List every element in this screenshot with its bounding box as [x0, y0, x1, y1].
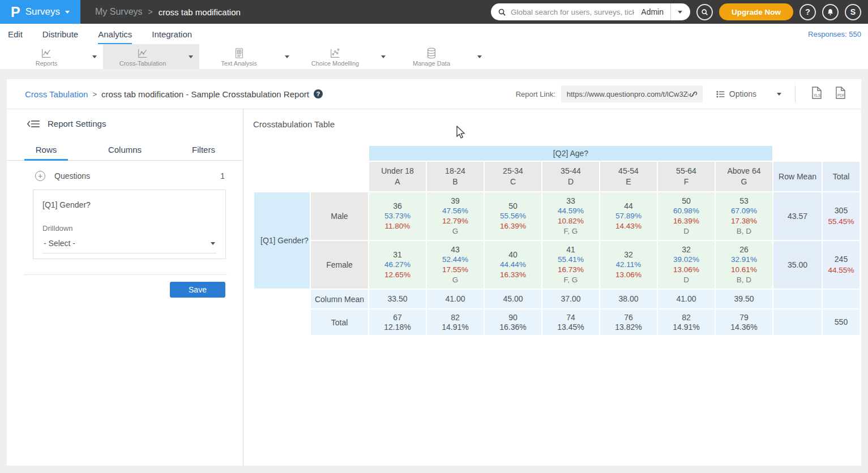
chevron-down-icon: [189, 55, 193, 58]
toolbar-group-reports: Reports: [7, 44, 103, 69]
chevron-down-icon: [211, 242, 215, 245]
toolbar-text-analysis-dropdown[interactable]: [279, 44, 296, 69]
crosstab-cell: 53 67.09% 17.38% B, D: [716, 192, 772, 240]
notifications-button[interactable]: [822, 4, 839, 20]
report-title: cross tab modification - Sample Crosstab…: [101, 89, 309, 99]
options-dropdown[interactable]: [764, 93, 795, 96]
total-cell: 82 14.91%: [427, 309, 484, 335]
tab-rows[interactable]: Rows: [7, 140, 85, 160]
crosstab-cell: 32 39.02% 13.06% D: [658, 241, 715, 289]
tab-edit[interactable]: Edit: [8, 24, 23, 44]
add-question-icon[interactable]: +: [35, 171, 45, 181]
grand-total-cell: 550: [823, 309, 860, 335]
tab-analytics[interactable]: Analytics: [98, 24, 132, 44]
toolbar-cross-tabulation-dropdown[interactable]: [182, 44, 199, 69]
toolbar-choice-modelling[interactable]: Choice Modelling: [296, 44, 375, 69]
crosstab-cell: 26 32.91% 10.61% B, D: [716, 241, 772, 289]
row-label-female: Female: [311, 241, 368, 289]
chevron-down-icon: [285, 55, 289, 58]
global-search: Admin: [491, 3, 690, 20]
column-mean-cell: 33.50: [369, 290, 426, 308]
content-card: Cross Tabulation > cross tab modificatio…: [7, 79, 861, 466]
questions-label: Questions: [54, 171, 90, 180]
chevron-down-icon: [678, 11, 682, 14]
toolbar-cross-tabulation[interactable]: Cross-Tabulation: [103, 44, 182, 69]
search-input[interactable]: [511, 8, 634, 16]
tab-filters[interactable]: Filters: [164, 140, 243, 160]
column-header: 45-54E: [600, 162, 657, 191]
report-header: Cross Tabulation > cross tab modificatio…: [7, 79, 861, 109]
column-header: Under 18A: [369, 162, 426, 191]
column-mean-cell: 41.00: [427, 290, 484, 308]
divider: [24, 274, 227, 275]
crosstab-area: Crosstabulation Table [Q2] Age? Under: [243, 109, 861, 466]
toolbar-reports-dropdown[interactable]: [86, 44, 103, 69]
toolbar-reports[interactable]: Reports: [7, 44, 86, 69]
export-pdf-button[interactable]: PDF: [834, 86, 846, 102]
tab-integration[interactable]: Integration: [152, 24, 192, 44]
toolbar-manage-data[interactable]: Manage Data: [392, 44, 471, 69]
tab-columns[interactable]: Columns: [85, 140, 164, 160]
column-mean-cell: 37.00: [542, 290, 599, 308]
column-header: 25-34C: [485, 162, 541, 191]
chevron-down-icon: [65, 11, 70, 14]
crosstab-cell: 40 44.44% 16.33%: [485, 241, 541, 289]
export-xls-button[interactable]: XLS: [810, 86, 823, 102]
svg-text:XLS: XLS: [814, 93, 821, 97]
save-button[interactable]: Save: [170, 282, 225, 298]
survey-nav: Edit Distribute Analytics Integration Re…: [0, 24, 868, 44]
breadcrumb-separator: >: [148, 7, 153, 16]
empty-cell: [773, 309, 822, 335]
breadcrumb-my-surveys[interactable]: My Surveys: [95, 7, 143, 17]
row-mean-cell: 35.00: [773, 241, 822, 289]
crosstab-cell: 36 53.73% 11.80%: [369, 192, 426, 240]
options-button[interactable]: Options: [716, 89, 756, 98]
total-cell: 67 12.18%: [369, 309, 426, 335]
row-mean-cell: 43.57: [773, 192, 822, 240]
toolbar-manage-data-dropdown[interactable]: [471, 44, 488, 69]
column-group-header: [Q2] Age?: [369, 146, 772, 161]
column-mean-cell: 41.00: [658, 290, 715, 308]
line-chart-icon: [136, 47, 149, 59]
user-avatar[interactable]: S: [845, 4, 861, 20]
question-card: [Q1] Gender? Drilldown - Select -: [33, 190, 226, 259]
crosstab-cell: 32 42.11% 13.06%: [600, 241, 657, 289]
report-link-input[interactable]: [567, 90, 689, 98]
report-help-icon[interactable]: ?: [314, 89, 323, 98]
product-label: Surveys: [25, 6, 60, 18]
crosstab-cell: 50 55.56% 16.39%: [485, 192, 541, 240]
drilldown-selected-value: - Select -: [44, 239, 75, 248]
product-switcher[interactable]: P Surveys: [0, 0, 80, 24]
collapse-panel-icon[interactable]: [27, 119, 40, 128]
link-icon[interactable]: [689, 89, 698, 99]
search-scope-label: Admin: [634, 7, 670, 16]
toolbar-group-text-analysis: Text Analysis: [199, 44, 296, 69]
search-scope-dropdown[interactable]: [671, 11, 685, 14]
toolbar-choice-modelling-dropdown[interactable]: [375, 44, 392, 69]
column-mean-cell: 39.50: [716, 290, 772, 308]
chevron-down-icon: [92, 55, 97, 58]
chevron-down-icon: [381, 55, 386, 58]
help-button[interactable]: ?: [799, 4, 816, 20]
drilldown-select[interactable]: - Select -: [42, 234, 216, 253]
column-mean-label: Column Mean: [311, 290, 368, 308]
toolbar-text-analysis[interactable]: Text Analysis: [199, 44, 279, 69]
row-label-male: Male: [311, 192, 368, 240]
report-settings-panel: Report Settings Rows Columns Filters + Q…: [7, 109, 243, 466]
toolbar-group-manage-data: Manage Data: [392, 44, 488, 69]
question-title: [Q1] Gender?: [42, 200, 216, 209]
questions-count: 1: [220, 171, 225, 180]
scatter-chart-icon: [329, 47, 341, 59]
breadcrumb-cross-tabulation[interactable]: Cross Tabulation: [25, 89, 88, 99]
crosstab-cell: 39 47.56% 12.79% G: [427, 192, 484, 240]
crosstab-cell: 43 52.44% 17.55% G: [427, 241, 484, 289]
search-button[interactable]: [696, 4, 713, 20]
tab-distribute[interactable]: Distribute: [42, 24, 78, 44]
options-label: Options: [729, 89, 756, 98]
column-header: Above 64G: [716, 162, 772, 191]
questionpro-logo-icon: P: [11, 5, 20, 19]
crosstab-cell: 41 55.41% 16.73% F, G: [542, 241, 599, 289]
row-mean-header: Row Mean: [773, 162, 822, 191]
panel-title: Report Settings: [48, 119, 106, 128]
upgrade-now-button[interactable]: Upgrade Now: [719, 3, 793, 20]
